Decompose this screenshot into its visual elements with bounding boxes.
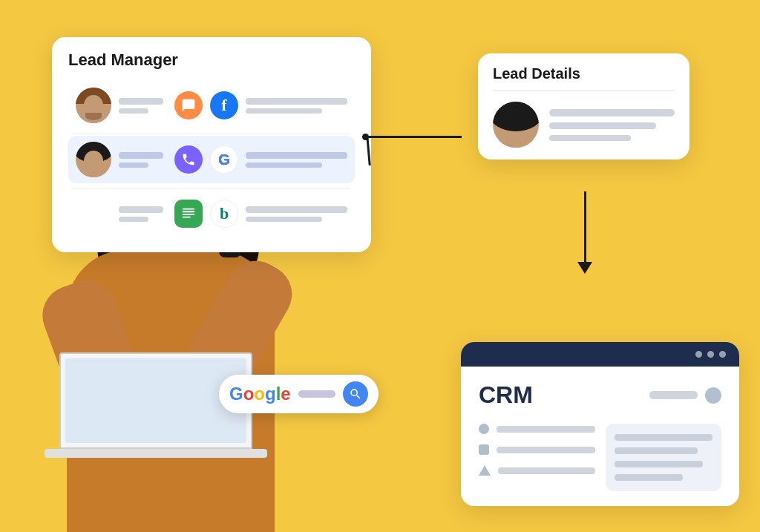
svg-rect-1 <box>183 211 195 212</box>
crm-title: CRM <box>479 381 533 409</box>
search-icon <box>349 387 362 401</box>
google-search-bar[interactable]: Google <box>219 375 379 413</box>
facebook-icon: f <box>210 91 238 119</box>
chat-icon <box>174 91 203 119</box>
lead-row-1: f <box>68 82 355 129</box>
svg-rect-0 <box>183 208 195 210</box>
crm-status-dot <box>705 387 721 404</box>
svg-rect-2 <box>183 214 195 215</box>
lead-manager-card: Lead Manager f <box>52 37 371 252</box>
lead-details-avatar <box>493 102 539 148</box>
lead-details-title: Lead Details <box>493 65 675 91</box>
lead-details-card: Lead Details <box>478 53 689 160</box>
crm-list-item-2 <box>479 444 595 455</box>
crm-dot-2 <box>707 351 714 358</box>
avatar-row1 <box>76 88 111 123</box>
google-logo: Google <box>229 385 291 403</box>
lead-details-lines <box>549 109 675 141</box>
crm-content-block <box>606 424 722 491</box>
lead-row-2: G <box>68 136 355 183</box>
arrow-connector <box>577 191 592 274</box>
crm-header <box>461 342 739 367</box>
sheets-icon <box>174 200 203 228</box>
crm-dot-3 <box>719 351 726 358</box>
crm-body: CRM <box>461 367 739 506</box>
crm-list <box>479 424 595 491</box>
bing-icon: b <box>210 200 238 228</box>
search-input-line <box>298 390 335 398</box>
crm-dot-1 <box>695 351 702 358</box>
lead-manager-title: Lead Manager <box>68 50 355 70</box>
phone-icon <box>174 145 203 174</box>
connector-dot-start <box>362 134 369 140</box>
avatar-row2 <box>76 142 111 177</box>
search-button[interactable] <box>343 381 368 407</box>
google-icon-row2: G <box>210 145 238 174</box>
crm-card: CRM <box>461 342 739 506</box>
lead-row-3: b <box>68 190 355 237</box>
svg-rect-3 <box>183 217 191 218</box>
crm-list-item-1 <box>479 424 595 434</box>
crm-list-item-3 <box>479 465 595 476</box>
